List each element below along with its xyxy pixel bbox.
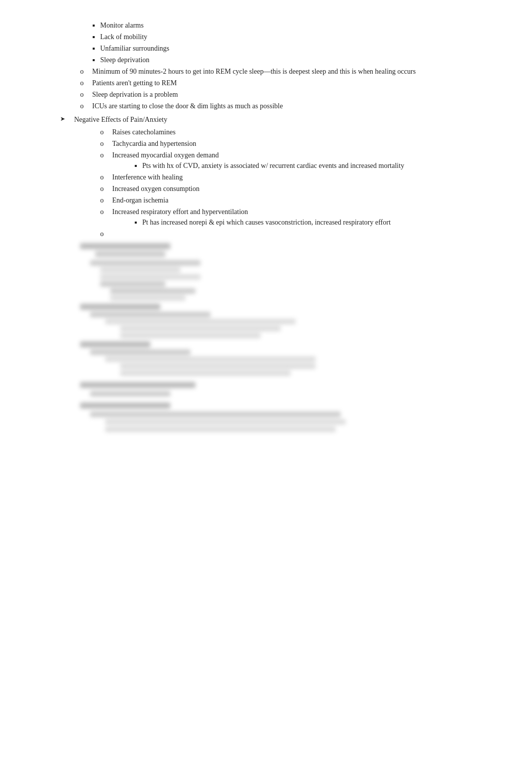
list-item: ICUs are starting to close the door & di…: [80, 101, 502, 111]
list-item: Increased myocardial oxygen demand Pts w…: [100, 150, 502, 171]
list-item: Minimum of 90 minutes-2 hours to get int…: [80, 66, 502, 77]
arrow-section-header: Negative Effects of Pain/Anxiety: [60, 114, 502, 125]
list-item: Monitor alarms: [100, 20, 502, 31]
list-item: Unfamiliar surroundings: [100, 43, 502, 54]
sleep-circle-list: Minimum of 90 minutes-2 hours to get int…: [80, 66, 502, 111]
list-item: Tachycardia and hypertension: [100, 138, 502, 149]
list-item: Lack of mobility: [100, 32, 502, 42]
list-item: Pt has increased norepi & epi which caus…: [142, 217, 502, 228]
page-content: Monitor alarms Lack of mobility Unfamili…: [60, 20, 502, 432]
list-item: Raises catecholamines: [100, 127, 502, 137]
blurred-content: [80, 243, 502, 432]
list-item: Sleep deprivation is a problem: [80, 89, 502, 100]
list-item: Pts with hx of CVD, anxiety is associate…: [142, 160, 502, 171]
list-item: Interference with healing: [100, 172, 502, 182]
list-item: Sleep deprivation: [100, 55, 502, 65]
pain-circle-list: Raises catecholamines Tachycardia and hy…: [100, 127, 502, 239]
resp-sub-bullet-list: Pt has increased norepi & epi which caus…: [142, 217, 502, 228]
cvd-sub-bullet-list: Pts with hx of CVD, anxiety is associate…: [142, 160, 502, 171]
list-item: Increased respiratory effort and hyperve…: [100, 207, 502, 228]
list-item: End-organ ischemia: [100, 195, 502, 206]
list-item: Patients aren't getting to REM: [80, 78, 502, 88]
top-bullet-list: Monitor alarms Lack of mobility Unfamili…: [100, 20, 502, 65]
list-item: [100, 229, 502, 239]
list-item: Increased oxygen consumption: [100, 183, 502, 194]
